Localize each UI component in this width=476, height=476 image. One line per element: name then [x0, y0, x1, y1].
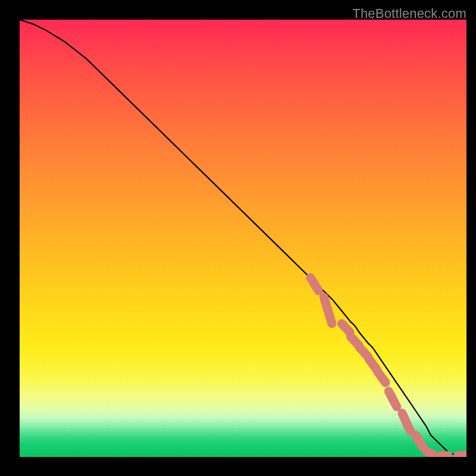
markers-group — [311, 278, 466, 456]
data-marker — [311, 278, 319, 291]
data-marker — [342, 324, 350, 333]
data-marker — [324, 298, 332, 324]
chart-frame: TheBottleneck.com — [0, 0, 476, 476]
data-marker — [415, 435, 424, 448]
data-marker — [378, 372, 386, 383]
curve-line — [20, 20, 466, 456]
data-marker — [427, 451, 435, 455]
plot-area — [20, 20, 466, 457]
chart-svg — [20, 20, 466, 457]
data-marker — [402, 414, 411, 431]
data-marker — [389, 392, 397, 407]
